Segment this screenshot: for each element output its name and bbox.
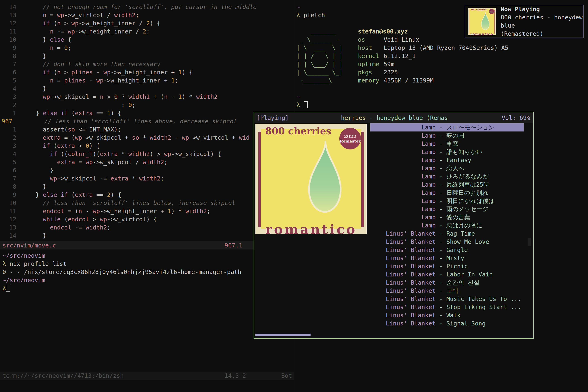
line-number: 11 — [0, 27, 16, 36]
editor-line[interactable]: 13 endcol -= width2; — [0, 223, 294, 232]
playlist-item[interactable]: Linus' Blanket - Show Me Love — [370, 238, 524, 246]
playlist-item[interactable]: Lamp - 恋人へ — [370, 164, 524, 172]
line-number: 10 — [0, 36, 16, 44]
playlist-item[interactable]: Linus' Blanket - Misty — [370, 254, 524, 262]
terminal-cursor — [304, 101, 308, 108]
playlist-item[interactable]: Lamp - 恋は月の蔭に — [370, 221, 524, 230]
editor-line[interactable]: 8 } — [0, 52, 294, 60]
nvim-statusline-active: src/nvim/move.c 967,1 — [0, 241, 294, 250]
editor-line[interactable]: 4 } — [0, 84, 294, 93]
playlist-item[interactable]: Lamp - 明日になれば僕は — [370, 197, 524, 205]
pfetch-row: kernel6.12.12_1 — [358, 52, 508, 60]
playlist-item[interactable]: Lamp - 愛の言葉 — [370, 213, 524, 221]
playlist-item[interactable]: Linus' Blanket - Walk — [370, 311, 524, 319]
editor-line[interactable]: 5 extra = wp->w_skipcol / width2; — [0, 158, 294, 166]
line-number: 8 — [0, 182, 16, 191]
playlist-item[interactable]: Linus' Blanket - 고백 — [370, 287, 524, 295]
nvim-terminal-buffer[interactable]: ~/src/neovimλ nix profile list0 - - /nix… — [2, 252, 241, 292]
playlist-item[interactable]: Linus' Blanket - Stop Liking Start ... — [370, 303, 524, 311]
editor-line[interactable]: 5 n = plines - wp->w_height_inner + 1; — [0, 76, 294, 84]
editor-line[interactable]: 2 : 0; — [0, 101, 294, 109]
line-number: 14 — [0, 3, 16, 11]
playlist-item[interactable]: Linus' Blanket - Picnic — [370, 262, 524, 270]
screen: 14 // not enough room for 'scrolloff', p… — [0, 0, 588, 392]
now-playing-notification[interactable]: 800 cherries 2022 Remaster romantico Now… — [465, 5, 584, 38]
editor-line[interactable]: 1 } else if (extra == 1) { — [0, 109, 294, 117]
editor-line[interactable]: 3 if (extra > 0) { — [0, 142, 294, 150]
line-number: 7 — [0, 60, 16, 68]
playlist-item[interactable]: Linus' Blanket - Gargle — [370, 246, 524, 254]
statusline-term-position: Bot — [281, 372, 292, 380]
notification-title: Now Playing — [500, 5, 583, 13]
shell-prompt-cursor-lines: ~λ — [296, 84, 586, 109]
editor-line[interactable]: 1 assert(so <= INT_MAX); — [0, 125, 294, 134]
editor-line[interactable]: 4 if ((colnr_T)(extra * width2) > wp->w_… — [0, 150, 294, 158]
playlist-item[interactable]: Linus' Blanket - Music Takes Us To ... — [370, 295, 524, 303]
playlist-item[interactable]: Lamp - 雨のメッセージ — [370, 205, 524, 213]
playlist-item-selected[interactable]: Lamp - スロ〜モ〜ション — [370, 123, 524, 132]
player-current-song-scrolling: herries - honeydew blue (Remas — [341, 112, 448, 123]
line-number: 1 — [0, 125, 16, 134]
editor-line[interactable]: 14 } — [0, 232, 294, 240]
nvim-code-window[interactable]: 14 // not enough room for 'scrolloff', p… — [0, 3, 294, 240]
editor-line[interactable]: 9 } else if (extra == 2) { — [0, 191, 294, 199]
editor-line[interactable]: 3 wp->w_skipcol = n > 0 ? width1 + (n - … — [0, 93, 294, 101]
line-number: 2 — [0, 134, 16, 142]
editor-line[interactable]: 10 } else { — [0, 36, 294, 44]
player-titlebar: [Playing] herries - honeydew blue (Remas… — [254, 112, 533, 123]
line-number: 13 — [0, 223, 16, 232]
playlist-item[interactable]: Lamp - 誰も知らない — [370, 148, 524, 156]
playlist-item[interactable]: Linus' Blanket - 순간의 진실 — [370, 278, 524, 287]
line-number: 1 — [0, 109, 16, 117]
editor-line[interactable]: 6 } — [0, 166, 294, 174]
line-number: 14 — [0, 232, 16, 240]
line-number: 4 — [0, 150, 16, 158]
line-number: 9 — [0, 191, 16, 199]
editor-line[interactable]: 967 // less than 'scrolloff' lines above… — [0, 117, 294, 125]
editor-line[interactable]: 12 if (n > wp->w_height_inner / 2) { — [0, 19, 294, 27]
statusline-filename: src/nvim/move.c — [2, 241, 56, 250]
album-art: 800 cherries 2022 Remaster romantico — [256, 124, 367, 234]
editor-line[interactable]: 8 } — [0, 182, 294, 191]
void-linux-ascii-logo: _______ _ \______ - | \ ___ \ | | | / \ … — [296, 27, 343, 84]
editor-line[interactable]: 7 wp->w_skipcol -= extra * width2; — [0, 174, 294, 182]
editor-line[interactable]: 2 extra = (wp->w_skipcol + so * width2 -… — [0, 134, 294, 142]
album-artist-text: 800 cherries — [265, 127, 331, 135]
playlist-item[interactable]: Lamp - 最終列車は25時 — [370, 180, 524, 189]
pfetch-row: memory4356M / 31399M — [358, 76, 508, 84]
line-number: 3 — [0, 142, 16, 150]
player-state-badge: [Playing] — [257, 112, 289, 123]
album-cover: 800 cherries 2022 Remaster romantico — [256, 124, 367, 234]
line-number: 967 — [0, 117, 18, 125]
playlist-item[interactable]: Lamp - 車窓 — [370, 140, 524, 148]
pfetch-row: uptime59m — [358, 60, 508, 68]
editor-line[interactable]: 7 // don't skip more than necessary — [0, 60, 294, 68]
line-number: 5 — [0, 158, 16, 166]
playlist-item[interactable]: Linus' Blanket - Labor In Vain — [370, 270, 524, 278]
editor-line[interactable]: 11 endcol = (n - wp->w_height_inner + 1)… — [0, 207, 294, 215]
line-number: 12 — [0, 19, 16, 27]
notification-album-thumbnail: 800 cherries 2022 Remaster romantico — [468, 8, 496, 35]
song-progress-bar[interactable] — [256, 334, 310, 336]
notification-remaster-line: (Remastered) — [500, 30, 583, 38]
playlist-item[interactable]: Linus' Blanket - Rag Time — [370, 230, 524, 238]
editor-line[interactable]: 14 // not enough room for 'scrolloff', p… — [0, 3, 294, 11]
editor-line[interactable]: 12 while (endcol > wp->w_virtcol) { — [0, 215, 294, 223]
playlist-item[interactable]: Lamp - Fantasy — [370, 156, 524, 164]
playlist-scrollbar-thumb[interactable] — [528, 238, 531, 246]
editor-line[interactable]: 9 n = 0; — [0, 44, 294, 52]
line-number: 10 — [0, 199, 16, 207]
editor-line[interactable]: 11 n -= wp->w_height_inner / 2; — [0, 27, 294, 36]
notification-text: Now Playing 800 cherries - honeydew blue… — [500, 5, 583, 38]
line-number: 11 — [0, 207, 16, 215]
editor-line[interactable]: 13 n = wp->w_virtcol / width2; — [0, 11, 294, 19]
playlist-item[interactable]: Linus' Blanket - Signal Song — [370, 319, 524, 328]
playlist-item[interactable]: Lamp - 夢の国 — [370, 132, 524, 140]
playlist-item[interactable]: Lamp - ひろがるなみだ — [370, 172, 524, 180]
line-number: 8 — [0, 52, 16, 60]
editor-line[interactable]: 6 if (n > plines - wp->w_height_inner + … — [0, 68, 294, 76]
line-number: 13 — [0, 11, 16, 19]
playlist-item[interactable]: Lamp - 日曜日のお別れ — [370, 189, 524, 197]
terminal-cursor — [6, 284, 10, 292]
editor-line[interactable]: 10 // less than 'scrolloff' lines below,… — [0, 199, 294, 207]
